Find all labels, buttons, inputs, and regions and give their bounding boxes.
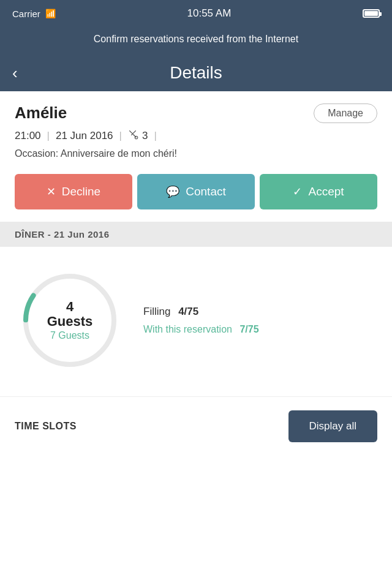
nav-header: ‹ Details bbox=[0, 55, 392, 91]
page-title: Details bbox=[170, 63, 222, 83]
action-buttons: ✕ Decline 💬 Contact ✓ Accept bbox=[15, 174, 377, 209]
battery-icon bbox=[363, 9, 380, 18]
status-time: 10:55 AM bbox=[187, 7, 232, 20]
contact-button[interactable]: 💬 Contact bbox=[137, 174, 255, 209]
filling-row: Filling 4/75 bbox=[143, 306, 377, 318]
content-area: Amélie Manage 21:00 | 21 Jun 2016 | 3 | … bbox=[0, 91, 392, 456]
contact-icon: 💬 bbox=[166, 185, 179, 198]
decline-icon: ✕ bbox=[47, 185, 56, 198]
top-banner: Confirm reservations received from the I… bbox=[0, 27, 392, 55]
decline-button[interactable]: ✕ Decline bbox=[15, 174, 132, 209]
accept-button[interactable]: ✓ Accept bbox=[260, 174, 377, 209]
donut-sub-label: 7 Guests bbox=[42, 330, 97, 341]
status-bar-left: Carrier 📶 bbox=[12, 9, 56, 19]
with-reservation-row: With this reservation 7/75 bbox=[143, 324, 377, 335]
carrier-label: Carrier bbox=[12, 9, 40, 19]
guest-name: Amélie bbox=[15, 104, 67, 123]
section-header: DÎNER - 21 Jun 2016 bbox=[0, 222, 392, 247]
wifi-icon: 📶 bbox=[45, 9, 56, 18]
separator-1: | bbox=[47, 130, 50, 142]
reservation-time: 21:00 bbox=[15, 130, 41, 142]
stats-text: Filling 4/75 With this reservation 7/75 bbox=[143, 306, 377, 335]
filling-value: 4/75 bbox=[178, 306, 198, 317]
stats-section: 4 Guests 7 Guests Filling 4/75 With this… bbox=[0, 247, 392, 390]
accept-label: Accept bbox=[308, 185, 344, 198]
status-bar: Carrier 📶 10:55 AM bbox=[0, 0, 392, 27]
display-all-button[interactable]: Display all bbox=[288, 410, 377, 442]
with-reservation-value: 7/75 bbox=[239, 324, 258, 334]
reservation-covers: 3 bbox=[142, 130, 148, 142]
reservation-meta: 21:00 | 21 Jun 2016 | 3 | bbox=[15, 129, 377, 143]
contact-label: Contact bbox=[186, 185, 225, 198]
donut-main-number: 4 Guests bbox=[42, 300, 97, 329]
section-header-label: DÎNER - 21 Jun 2016 bbox=[15, 229, 110, 239]
separator-3: | bbox=[154, 130, 156, 142]
action-buttons-wrap: ✕ Decline 💬 Contact ✓ Accept bbox=[0, 174, 392, 222]
separator-2: | bbox=[119, 130, 122, 142]
bottom-bar: TIME SLOTS Display all bbox=[0, 396, 392, 456]
with-reservation-label: With this reservation bbox=[143, 324, 232, 334]
reservation-date: 21 Jun 2016 bbox=[56, 130, 113, 142]
decline-label: Decline bbox=[62, 185, 100, 198]
reservation-header: Amélie Manage bbox=[15, 104, 377, 123]
top-banner-text: Confirm reservations received from the I… bbox=[94, 34, 298, 44]
manage-button[interactable]: Manage bbox=[314, 104, 377, 123]
donut-chart: 4 Guests 7 Guests bbox=[15, 265, 125, 375]
accept-icon: ✓ bbox=[293, 185, 302, 198]
reservation-card: Amélie Manage 21:00 | 21 Jun 2016 | 3 | … bbox=[0, 91, 392, 159]
cutlery-icon bbox=[128, 129, 139, 143]
occasion-text: Occasion: Anniversaire de mon chéri! bbox=[15, 148, 377, 159]
back-button[interactable]: ‹ bbox=[12, 65, 18, 81]
filling-label: Filling bbox=[143, 306, 170, 317]
donut-center: 4 Guests 7 Guests bbox=[42, 300, 97, 341]
time-slots-label: TIME SLOTS bbox=[15, 421, 77, 432]
